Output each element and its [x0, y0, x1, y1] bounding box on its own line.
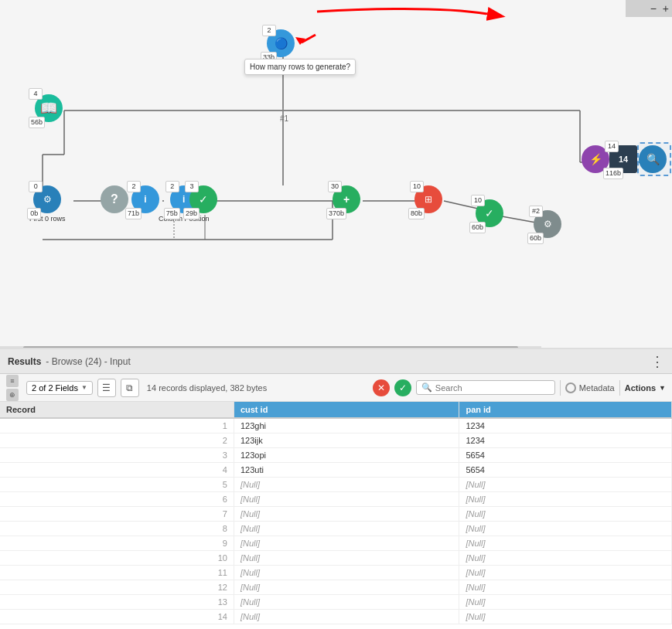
col-header-record: Record	[0, 402, 234, 418]
transform-node[interactable]: 10 ⊞ 80b	[414, 185, 442, 213]
metadata-label: Metadata	[579, 383, 615, 393]
results-menu-button[interactable]: ⋮	[650, 353, 664, 370]
cell-record: 14	[0, 610, 234, 624]
table-row: 12[Null][Null]	[0, 580, 672, 595]
results-table: Record cust id pan id 1123ghi12342123ijk…	[0, 402, 672, 624]
connector-lines	[0, 0, 672, 348]
cell-record: 9	[0, 536, 234, 551]
records-info: 14 records displayed, 382 bytes	[147, 383, 267, 393]
clear-button[interactable]: ✕	[373, 379, 390, 396]
left-side-icon-1[interactable]: ≡	[6, 375, 19, 387]
search-input[interactable]	[435, 383, 544, 393]
blue-right-node[interactable]: 🔍	[639, 145, 667, 173]
col-header-panid[interactable]: pan id	[459, 402, 672, 418]
copy-button[interactable]: ⧉	[121, 379, 139, 397]
window-controls: − +	[626, 0, 672, 17]
svg-marker-24	[295, 37, 305, 45]
cell-panid: [Null]	[459, 551, 672, 566]
table-row: 10[Null][Null]	[0, 551, 672, 566]
cell-record: 13	[0, 595, 234, 610]
cell-custid: 123ghi	[234, 418, 459, 434]
annotation-arrow	[0, 0, 672, 155]
results-title: Results	[8, 356, 41, 367]
results-toolbar: ≡ ⊕ 2 of 2 Fields ▼ ☰ ⧉ 14 records displ…	[0, 374, 672, 402]
cell-record: 5	[0, 478, 234, 492]
toolbar-divider	[560, 380, 561, 396]
table-row: 7[Null][Null]	[0, 507, 672, 522]
grid-view-button[interactable]: ☰	[97, 379, 116, 397]
table-body: 1123ghi12342123ijk12343123opi56544123uti…	[0, 418, 672, 624]
confirm-button[interactable]: ✓	[394, 379, 411, 396]
generate-rows-node[interactable]: 2 🔵 33b	[267, 29, 295, 57]
cell-record: 2	[0, 434, 234, 448]
first-rows-node[interactable]: 0 ⚙ 0b First 0 rows	[29, 185, 66, 223]
metadata-button[interactable]: Metadata	[565, 382, 615, 393]
cell-panid: 5654	[459, 448, 672, 463]
cell-custid: [Null]	[234, 478, 459, 492]
append-node[interactable]: 30 + 370b	[333, 185, 360, 213]
fields-label: 2 of 2 Fields	[32, 383, 78, 393]
search-box[interactable]: 🔍	[416, 380, 555, 395]
minimize-button[interactable]: −	[650, 2, 657, 15]
actions-chevron-icon: ▼	[659, 384, 666, 392]
results-table-container[interactable]: Record cust id pan id 1123ghi12342123ijk…	[0, 402, 672, 629]
fields-selector[interactable]: 2 of 2 Fields ▼	[26, 381, 93, 395]
cell-panid: [Null]	[459, 610, 672, 624]
cell-record: 3	[0, 448, 234, 463]
table-row: 1123ghi1234	[0, 418, 672, 434]
annotation-label: #1	[280, 114, 288, 123]
cell-custid: [Null]	[234, 580, 459, 595]
cell-record: 8	[0, 522, 234, 536]
cell-record: 4	[0, 463, 234, 478]
table-row: 5[Null][Null]	[0, 478, 672, 492]
col-pos1-node[interactable]: 2 i 71b	[131, 185, 159, 213]
gear-node[interactable]: #2 ⚙ 60b	[534, 210, 561, 238]
cell-panid: [Null]	[459, 580, 672, 595]
results-panel: Results - Browse (24) - Input ⋮ ≡ ⊕ 2 of…	[0, 348, 672, 629]
table-row: 14[Null][Null]	[0, 610, 672, 624]
generate-rows-tooltip: How many rows to generate?	[244, 59, 356, 75]
cell-panid: [Null]	[459, 507, 672, 522]
actions-button[interactable]: Actions ▼	[625, 383, 666, 393]
search-icon: 🔍	[421, 382, 432, 393]
table-row: 9[Null][Null]	[0, 536, 672, 551]
question-node[interactable]: ?	[101, 185, 128, 213]
cell-custid: [Null]	[234, 595, 459, 610]
cell-panid: 1234	[459, 434, 672, 448]
book-node-badge-bottom: 56b	[29, 117, 45, 128]
cell-custid: 123ijk	[234, 434, 459, 448]
cell-record: 6	[0, 492, 234, 507]
cell-panid: [Null]	[459, 478, 672, 492]
col-header-custid[interactable]: cust id	[234, 402, 459, 418]
table-row: 2123ijk1234	[0, 434, 672, 448]
results-subtitle: - Browse (24) - Input	[46, 356, 130, 367]
cell-panid: [Null]	[459, 536, 672, 551]
cell-panid: 1234	[459, 418, 672, 434]
cell-record: 10	[0, 551, 234, 566]
cell-panid: [Null]	[459, 595, 672, 610]
navy-node[interactable]: 14 14 116b	[609, 145, 637, 173]
toolbar-divider-2	[619, 380, 620, 396]
table-row: 3123opi5654	[0, 448, 672, 463]
cell-custid: 123uti	[234, 463, 459, 478]
cell-custid: [Null]	[234, 566, 459, 580]
cell-custid: [Null]	[234, 551, 459, 566]
metadata-circle-icon	[565, 382, 576, 393]
results-header: Results - Browse (24) - Input ⋮	[0, 349, 672, 374]
cell-record: 1	[0, 418, 234, 434]
table-row: 13[Null][Null]	[0, 595, 672, 610]
generate-badge-top: 2	[262, 25, 276, 36]
cell-record: 7	[0, 507, 234, 522]
check2-node[interactable]: 10 ✓ 60b	[476, 199, 503, 227]
cell-panid: 5654	[459, 463, 672, 478]
cell-panid: [Null]	[459, 566, 672, 580]
checkmark-node[interactable]: 3 ✓ 29b	[189, 185, 217, 213]
cell-panid: [Null]	[459, 492, 672, 507]
maximize-button[interactable]: +	[663, 2, 669, 15]
table-row: 11[Null][Null]	[0, 566, 672, 580]
left-side-icon-2[interactable]: ⊕	[6, 389, 19, 401]
cell-custid: [Null]	[234, 492, 459, 507]
cell-custid: [Null]	[234, 536, 459, 551]
book-node[interactable]: 4 📖 56b	[35, 94, 63, 122]
table-row: 4123uti5654	[0, 463, 672, 478]
